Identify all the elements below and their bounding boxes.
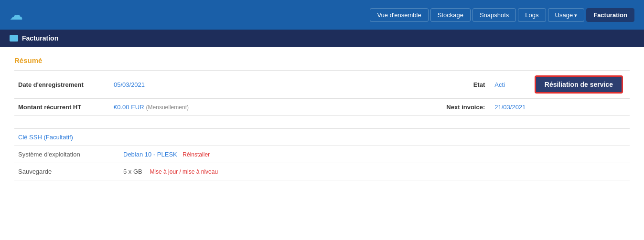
- nav-buttons: Vue d'ensemble Stockage Snapshots Logs U…: [370, 8, 634, 22]
- nav-btn-facturation[interactable]: Facturation: [586, 8, 634, 22]
- date-value: 05/03/2021: [110, 71, 195, 99]
- monthly-note: (Mensuellement): [146, 104, 189, 111]
- nav-btn-snapshots[interactable]: Snapshots: [472, 8, 516, 22]
- os-value: Debian 10 - PLESK Réinstaller: [119, 146, 630, 163]
- ssh-value: [119, 129, 630, 146]
- montant-value: €0.00 EUR(Mensuellement): [110, 99, 195, 116]
- main-content: Résumé Date d'enregistrement 05/03/2021 …: [0, 47, 644, 240]
- nav-btn-logs[interactable]: Logs: [518, 8, 546, 22]
- nav-btn-stockage[interactable]: Stockage: [430, 8, 471, 22]
- resume-table: Date d'enregistrement 05/03/2021 Etat Ac…: [14, 70, 630, 116]
- nav-btn-usage[interactable]: Usage: [548, 8, 585, 22]
- date-label: Date d'enregistrement: [14, 71, 110, 99]
- resiliation-button[interactable]: Résiliation de service: [535, 75, 623, 94]
- reinstall-link[interactable]: Réinstaller: [182, 151, 210, 158]
- next-invoice-value: 21/03/2021: [491, 99, 531, 116]
- sauvegarde-value: 5 x GB Mise à jour / mise à niveau: [119, 163, 630, 180]
- logo-icon: ☁: [10, 7, 23, 23]
- sauvegarde-label: Sauvegarde: [14, 163, 119, 180]
- facturation-icon: [10, 35, 18, 42]
- ssh-row: Clé SSH (Facultatif): [14, 129, 630, 146]
- os-label: Système d'exploitation: [14, 146, 119, 163]
- montant-label: Montant récurrent HT: [14, 99, 110, 116]
- update-link[interactable]: Mise à jour / mise à niveau: [150, 168, 218, 175]
- table-row: Date d'enregistrement 05/03/2021 Etat Ac…: [14, 71, 630, 99]
- sauvegarde-row: Sauvegarde 5 x GB Mise à jour / mise à n…: [14, 163, 630, 180]
- ssh-label: Clé SSH (Facultatif): [14, 129, 119, 146]
- etat-label: Etat: [441, 71, 491, 99]
- section-title-bar: Facturation: [0, 30, 644, 47]
- next-invoice-label: Next invoice:: [441, 99, 491, 116]
- resume-section-label: Résumé: [14, 56, 630, 64]
- table-row: Montant récurrent HT €0.00 EUR(Mensuelle…: [14, 99, 630, 116]
- os-row: Système d'exploitation Debian 10 - PLESK…: [14, 146, 630, 163]
- section-title-label: Facturation: [22, 34, 58, 42]
- top-nav: ☁ Vue d'ensemble Stockage Snapshots Logs…: [0, 0, 644, 30]
- detail-table: Clé SSH (Facultatif) Système d'exploitat…: [14, 128, 630, 180]
- etat-value: Acti: [491, 71, 531, 99]
- nav-btn-vue-ensemble[interactable]: Vue d'ensemble: [370, 8, 428, 22]
